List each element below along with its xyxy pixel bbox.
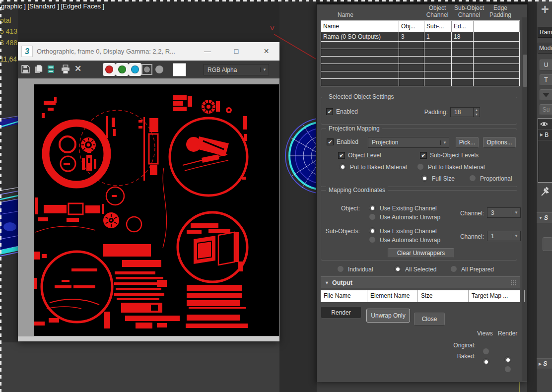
blue-channel-toggle[interactable] — [129, 63, 141, 76]
window-title-bar[interactable]: 3 Orthographic, frame 0, Display Gamma: … — [18, 42, 279, 61]
enabled-checkbox[interactable] — [326, 108, 333, 115]
table-header-edge[interactable]: Ed... — [452, 21, 474, 32]
print-icon[interactable] — [61, 65, 70, 74]
plus-icon[interactable]: + — [539, 3, 551, 16]
stack-item-row[interactable]: ▶ B — [538, 130, 552, 140]
full-size-radio[interactable] — [421, 175, 428, 182]
object-label: Object: — [321, 205, 360, 212]
padding-label: Padding: — [398, 109, 448, 116]
render-original-radio[interactable] — [504, 366, 511, 373]
table-row-empty[interactable] — [321, 71, 520, 78]
enabled-label: Enabled — [336, 108, 358, 115]
views-original-radio[interactable] — [483, 348, 489, 355]
sub-use-automatic-radio[interactable] — [369, 236, 376, 243]
wedge-icon — [543, 93, 550, 97]
options-button[interactable]: Options... — [483, 137, 516, 148]
sub-channel-dropdown[interactable]: 1 ▼ — [487, 231, 521, 241]
alpha-channel-toggle[interactable] — [141, 64, 152, 75]
object-use-existing-radio[interactable] — [369, 204, 376, 211]
individual-radio[interactable] — [337, 265, 344, 272]
spinner-arrows-icon[interactable]: ▲▼ — [473, 108, 480, 117]
save-icon[interactable] — [21, 65, 31, 74]
modifier-button-su[interactable]: Su — [540, 104, 552, 115]
close-dialog-button[interactable]: Close — [414, 313, 445, 326]
modifier-stack: ▶ B — [538, 118, 552, 183]
projection-modifier-dropdown[interactable]: Projection ▼ — [368, 137, 449, 148]
put-to-baked-sub-radio[interactable] — [417, 163, 424, 170]
pick-button[interactable]: Pick... — [456, 137, 479, 148]
rollout-label: S — [543, 360, 547, 367]
output-col-size[interactable]: Size — [418, 290, 469, 302]
projection-enabled-label: Enabled — [337, 138, 358, 145]
output-col-element-name[interactable]: Element Name — [367, 290, 418, 302]
window-title: Orthographic, frame 0, Display Gamma: 2,… — [37, 42, 175, 61]
pin-stack-icon[interactable] — [540, 187, 551, 199]
output-col-blank — [518, 290, 525, 302]
viewport-shading-label[interactable]: graphic ] [Standard ] [Edged Faces ] — [1, 2, 104, 10]
table-row-empty[interactable] — [321, 56, 520, 64]
panel-mini-button[interactable] — [543, 237, 552, 251]
background-color-swatch[interactable] — [173, 63, 186, 76]
wireframe-object-right[interactable] — [279, 108, 316, 205]
clone-icon[interactable] — [47, 65, 57, 74]
command-panel: + Rama Modif U T Su ▶ B ▼ S ▶ S — [536, 0, 552, 392]
sub-use-existing-radio[interactable] — [369, 227, 376, 234]
table-header-sub[interactable]: Sub-... — [424, 21, 452, 32]
unwrap-only-button[interactable]: Unwrap Only — [366, 309, 410, 323]
all-selected-radio[interactable] — [394, 265, 401, 272]
object-channel-dropdown[interactable]: 3 ▼ — [487, 207, 521, 218]
modifier-button-arrow[interactable] — [540, 89, 552, 100]
render-button[interactable]: Render — [321, 306, 361, 319]
render-baked-radio[interactable] — [504, 356, 511, 363]
monochrome-toggle[interactable] — [155, 65, 163, 73]
object-use-existing-label: Use Existing Channel — [380, 205, 437, 212]
output-rollout[interactable]: ▼ Output — [321, 276, 520, 288]
channel-display-dropdown[interactable]: RGB Alpha ▼ — [204, 64, 269, 75]
put-to-baked-object-label: Put to Baked Material — [350, 164, 407, 171]
output-col-file-name[interactable]: File Name — [321, 290, 367, 302]
scrollbar-thumb[interactable] — [523, 55, 527, 87]
table-header-name[interactable]: Name — [321, 21, 399, 32]
table-row-empty[interactable] — [321, 49, 520, 56]
modifier-list-dropdown[interactable]: Modif — [538, 43, 552, 54]
close-button[interactable]: ✕ — [255, 42, 277, 61]
minimize-button[interactable]: — — [198, 42, 217, 61]
output-table-header: File Name Element Name Size Target Map .… — [321, 290, 520, 302]
red-channel-toggle[interactable] — [103, 63, 116, 76]
sub-use-existing-label: Use Existing Channel — [380, 228, 437, 235]
table-row[interactable]: Rama (0 SO Outputs) 3 1 18 — [321, 32, 520, 41]
uv-render-image[interactable] — [34, 84, 279, 336]
table-row-empty[interactable] — [321, 64, 520, 71]
modifier-button-u[interactable]: U — [540, 60, 552, 70]
stack-visibility-row[interactable] — [538, 119, 552, 130]
rollout-closed-s[interactable]: ▶ S — [537, 358, 552, 369]
table-row-empty[interactable] — [321, 41, 520, 49]
all-prepared-radio[interactable] — [450, 265, 457, 272]
column-group-edge-padding: Edge Padding — [483, 4, 518, 18]
padding-spinner[interactable]: 18 ▲▼ — [450, 107, 480, 117]
copy-icon[interactable] — [34, 65, 44, 74]
group-title: Projection Mapping — [326, 125, 382, 132]
full-size-label: Full Size — [432, 175, 455, 182]
clear-unwrappers-button[interactable]: Clear Unwrappers — [388, 248, 454, 258]
projection-enabled-checkbox[interactable] — [327, 138, 334, 145]
modifier-button-t[interactable]: T — [540, 74, 552, 85]
dialog-scrollbar[interactable] — [522, 17, 527, 381]
put-to-baked-object-radio[interactable] — [339, 163, 346, 170]
object-name-field[interactable]: Rama — [538, 27, 552, 38]
delete-icon[interactable]: ✕ — [74, 64, 81, 74]
table-header-blank — [474, 21, 520, 32]
object-use-automatic-radio[interactable] — [369, 213, 376, 220]
views-baked-radio[interactable] — [483, 358, 489, 365]
table-row-empty[interactable] — [321, 78, 520, 86]
rollout-open-s[interactable]: ▼ S — [537, 212, 552, 223]
viewport-stat-highlight: 11,64 — [0, 55, 17, 63]
sub-object-levels-checkbox[interactable] — [420, 152, 427, 159]
green-channel-toggle[interactable] — [116, 63, 129, 76]
object-level-checkbox[interactable] — [338, 152, 345, 159]
rollout-label: S — [544, 214, 548, 221]
proportional-radio[interactable] — [469, 175, 476, 182]
output-col-target-map[interactable]: Target Map ... — [469, 290, 518, 302]
table-header-obj[interactable]: Obj... — [399, 21, 424, 32]
maximize-button[interactable]: □ — [226, 42, 246, 61]
